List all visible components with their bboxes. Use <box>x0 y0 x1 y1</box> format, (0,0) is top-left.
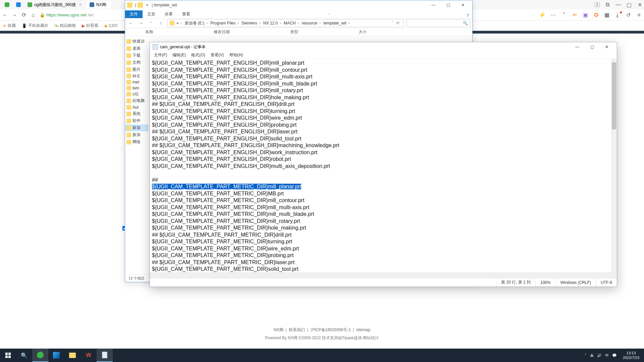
chevron-down-icon[interactable]: ˅ <box>391 21 393 25</box>
svg-rect-3 <box>8 356 11 358</box>
tab-active[interactable]: NX网- <box>86 1 111 8</box>
tray-ime-icon[interactable]: 中 <box>605 353 609 358</box>
help-icon[interactable]: ? <box>463 13 472 18</box>
maximize-icon[interactable]: ▢ <box>626 2 632 8</box>
notepad-icon <box>153 44 158 50</box>
forward-icon[interactable]: → <box>11 12 17 18</box>
taskbar-clock[interactable]: 13:13 2022/7/23 <box>620 349 642 361</box>
up-icon[interactable]: ↑ <box>157 20 165 26</box>
chevron-down-icon[interactable]: ˅ <box>561 12 567 18</box>
breadcrumb[interactable]: « 新加卷 (E:) Program Files Siemens NX 12.0… <box>167 19 404 27</box>
bookmark[interactable]: 📱手机收藏夹 <box>22 23 48 28</box>
sidebar-item[interactable]: 此电脑 <box>125 97 149 104</box>
taskbar-browser[interactable] <box>32 349 48 362</box>
explorer-search[interactable]: 🔍 <box>407 19 470 27</box>
taskbar-explorer[interactable] <box>64 349 80 362</box>
explorer-titlebar[interactable]: | ▾ | template_set ― ▢ ✕ <box>125 0 472 10</box>
home-icon[interactable]: ⌂ <box>30 12 36 18</box>
maximize-icon[interactable]: ▢ <box>585 42 599 52</box>
footer-powered: Powered By NX网 ©2009-2022 技术支持由Tipask提供 … <box>0 334 644 342</box>
bookmark[interactable]: 🛍精品购物 <box>54 23 76 28</box>
minimize-icon[interactable]: ― <box>570 42 585 52</box>
status-position: 第 20 行, 第 1 列 <box>496 278 535 287</box>
sidebar-item[interactable]: 新加 <box>125 124 149 131</box>
extension-icon[interactable]: ⧉ <box>604 2 610 8</box>
menu-icon[interactable]: ≡ <box>636 12 642 18</box>
tab-count-badge[interactable]: 3 <box>594 2 600 7</box>
explorer-title: template_set <box>154 3 177 7</box>
more-icon[interactable]: ⋯ <box>550 12 556 18</box>
ribbon-collapse-icon[interactable]: ˅ <box>325 13 333 18</box>
sidebar-item[interactable]: 文档 <box>125 59 149 66</box>
sidebar-item[interactable]: Aut <box>125 104 149 110</box>
scrollbar-horizontal[interactable] <box>150 272 611 278</box>
menu-edit[interactable]: 编辑(E) <box>170 52 189 58</box>
sidebar-item[interactable]: M-E <box>125 73 149 79</box>
forward-icon[interactable]: → <box>137 20 145 26</box>
sidebar-item[interactable]: met <box>125 79 149 85</box>
back-icon[interactable]: ← <box>127 20 135 26</box>
footer-link[interactable]: 联系我们 <box>289 327 305 332</box>
back-icon[interactable]: ← <box>2 12 8 18</box>
undo-icon[interactable]: ↺ <box>625 12 631 18</box>
ribbon-tab-file[interactable]: 文件 <box>125 10 143 18</box>
menu-format[interactable]: 格式(O) <box>189 52 208 58</box>
bolt-icon[interactable]: ⚡ <box>539 12 545 18</box>
sidebar-item[interactable]: 图片 <box>125 66 149 73</box>
close-icon[interactable]: ✕ <box>599 42 614 52</box>
menu-file[interactable]: 文件(F) <box>151 52 170 58</box>
scrollbar-vertical[interactable] <box>611 59 617 278</box>
sidebar-item[interactable]: 系统 <box>125 110 149 117</box>
chevron-down-icon[interactable]: ˅ <box>147 21 155 25</box>
bookmark[interactable]: ★收藏 <box>3 23 16 28</box>
notepad-body[interactable]: ${UGII_CAM_TEMPLATE_PART_ENGLISH_DIR}mil… <box>150 59 617 278</box>
notepad-titlebar[interactable]: cam_general.opt - 记事本 ― ▢ ✕ <box>150 42 617 52</box>
ribbon-tab[interactable]: 共享 <box>160 10 177 18</box>
cut-icon[interactable]: ✄ <box>572 12 578 18</box>
tray-chevron-icon[interactable]: ˄ <box>585 353 587 358</box>
grid-icon[interactable]: ▦ <box>604 12 610 18</box>
tab-0[interactable] <box>1 1 13 8</box>
start-button[interactable] <box>0 349 16 362</box>
search-icon[interactable]: 🔍 <box>16 349 32 362</box>
menu-help[interactable]: 帮助(H) <box>227 52 246 58</box>
sidebar-item[interactable]: 下载 <box>125 52 149 59</box>
explorer-sidebar[interactable]: 快速访桌面下载文档图片M-EmettemUG此电脑Aut系统软件新加新加网络 <box>125 37 149 275</box>
close-icon[interactable]: ✕ <box>455 0 470 10</box>
sidebar-item[interactable]: UG <box>125 91 149 97</box>
ribbon-tab[interactable]: 主页 <box>143 10 160 18</box>
footer-link[interactable]: NX网 <box>274 327 283 332</box>
sidebar-item[interactable]: 新加 <box>125 131 149 138</box>
sidebar-item[interactable]: 软件 <box>125 117 149 124</box>
ext2-icon[interactable]: ✪ <box>593 12 599 18</box>
footer-link[interactable]: sitemap <box>356 327 370 332</box>
tab-1[interactable] <box>13 1 24 8</box>
address-bar[interactable]: 🔒 https://www.ugnx.net/wt <box>40 12 94 17</box>
ribbon-tab[interactable]: 查看 <box>177 10 195 18</box>
download-icon[interactable]: ⭳ <box>614 12 621 18</box>
tray-network-icon[interactable]: 🖧 <box>590 353 594 357</box>
taskbar-app[interactable] <box>48 349 64 362</box>
taskbar-notepad[interactable] <box>97 349 113 362</box>
bookmark[interactable]: ◆CATI <box>104 23 117 28</box>
menu-view[interactable]: 查看(V) <box>208 52 227 58</box>
refresh-icon[interactable]: ⟳ <box>396 21 399 25</box>
close-icon[interactable]: ✕ <box>637 2 643 8</box>
sidebar-item[interactable]: 网络 <box>125 138 149 145</box>
ext1-icon[interactable]: ▣ <box>582 12 588 18</box>
tray-notify-icon[interactable]: 💬 <box>612 353 617 358</box>
tray-volume-icon[interactable]: 🔊 <box>597 353 602 358</box>
sidebar-item[interactable]: 桌面 <box>125 45 149 52</box>
minimize-icon[interactable]: ― <box>615 2 621 8</box>
taskbar-wps[interactable]: W <box>80 349 97 362</box>
tab-2[interactable]: ug画图练习图纸_360搜× <box>24 1 86 8</box>
sidebar-item[interactable]: tem <box>125 85 149 91</box>
close-icon[interactable]: × <box>78 2 83 7</box>
explorer-columns[interactable]: 名称 修改日期 类型 大小 <box>125 28 472 36</box>
reload-icon[interactable]: ⟳ <box>21 12 27 18</box>
maximize-icon[interactable]: ▢ <box>441 0 455 10</box>
footer-link[interactable]: 沪ICP备18020356号-1 <box>311 327 351 332</box>
minimize-icon[interactable]: ― <box>426 0 441 10</box>
bookmark[interactable]: ▶好看视 <box>82 23 98 28</box>
sidebar-item[interactable]: 快速访 <box>125 38 149 45</box>
